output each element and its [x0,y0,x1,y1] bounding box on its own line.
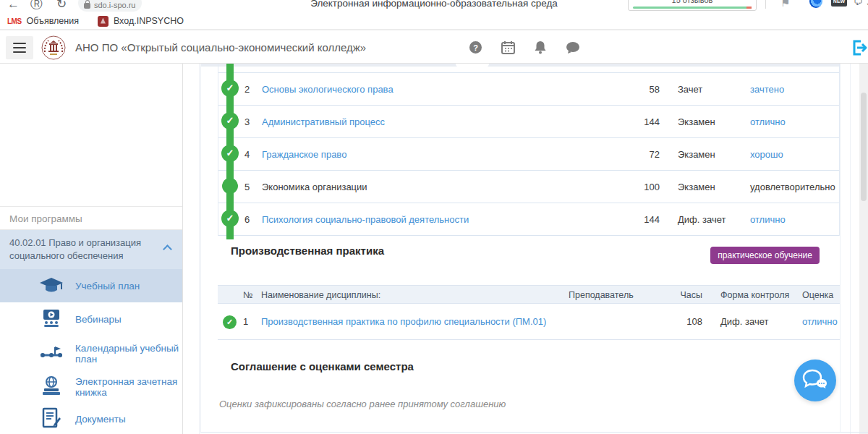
grade-link[interactable]: хорошо [750,149,783,160]
check-icon: ✓ [221,112,239,129]
bell-icon[interactable] [534,41,547,56]
col-teacher: Преподаватель [569,290,634,300]
bookmark-inpsycho[interactable]: Вход.INPSYCHO [98,16,184,27]
layout-divider [850,64,851,434]
discipline-link[interactable]: Гражданское право [262,149,346,160]
support-chat-button[interactable] [794,359,836,401]
bookmark-icon[interactable]: ⚑ [780,0,790,9]
organization-name: АНО ПО «Открытый социально-экономический… [75,41,366,54]
control-form: Диф. зачет [720,316,768,327]
col-control-form: Форма контроля [720,290,789,300]
program-title: 40.02.01 Право и организация социального… [9,237,141,261]
row-number: 1 [243,316,248,327]
discipline-link[interactable]: Производственная практика по профилю спе… [261,316,546,327]
practice-heading: Производственная практика [231,244,384,257]
table-row-partial [218,64,839,73]
practice-table: № Наименование дисциплины: Преподаватель… [218,285,840,340]
discipline-link[interactable]: Административный процесс [262,116,385,127]
chevron-up-icon [163,244,172,254]
control-form: Экзамен [678,116,715,127]
col-discipline: Наименование дисциплины: [261,290,380,300]
logout-icon[interactable] [851,39,868,59]
header-icons: ? [469,41,580,56]
table-row: ✓ 1 Производственная практика по профилю… [218,304,840,340]
calendar-icon[interactable] [501,41,515,56]
bookmarks-bar: LMS Объявления Вход.INPSYCHO [0,13,868,30]
col-hours: Часы [673,290,702,300]
bookmark-label: Вход.INPSYCHO [114,16,184,26]
table-row: 6 Психология социально-правовой деятельн… [218,203,839,236]
grade-value: удовлетворительно [750,182,835,192]
row-number: 2 [244,84,250,95]
reviews-widget[interactable]: 15 отзывов [628,0,757,11]
reviews-label: 15 отзывов [672,0,713,4]
sidebar-section-title: Мои программы [0,206,182,230]
grade-link[interactable]: зачтено [750,84,784,95]
discipline-link[interactable]: Психология социально-правовой деятельнос… [262,214,469,225]
webinar-icon [38,309,65,330]
sidebar-item-gradebook[interactable]: Электронная зачетная книжка [0,370,182,404]
control-form: Диф. зачет [678,214,726,225]
browser-toolbar: ← Ⓡ ↻ sdo.i-spo.ru Электронная информаци… [0,0,868,13]
toolbar-divider [765,0,766,9]
sidebar-item-webinars[interactable]: Вебинары [0,302,182,336]
table-row: 3 Административный процесс 144 Экзамен о… [218,106,839,138]
sidebar-item-curriculum[interactable]: Учебный план [0,269,182,302]
grade-link[interactable]: отлично [750,116,786,127]
hours-value: 72 [634,149,660,160]
discipline-link[interactable]: Основы экологического права [262,84,393,95]
control-form: Зачет [678,84,702,95]
main-content: 2 Основы экологического права 58 Зачет з… [200,64,841,432]
row-number: 6 [244,214,250,225]
check-icon: ✓ [221,80,239,97]
help-icon[interactable]: ? [469,41,482,56]
sidebar-item-label: Документы [75,414,126,425]
agreement-note: Оценки зафиксированы согласно ранее прин… [219,399,506,409]
sidebar-item-label: Вебинары [75,314,122,325]
svg-text:?: ? [473,43,478,52]
college-logo [41,35,67,64]
grade-link[interactable]: отлично [802,316,838,327]
lms-icon: LMS [7,17,22,25]
download-icon[interactable]: ⇣ [865,0,868,8]
scrollbar[interactable] [859,64,868,434]
agreement-heading: Соглашение с оценками семестра [231,360,414,373]
sidebar: Мои программы 40.02.01 Право и организац… [0,64,183,434]
sidebar-item-calendar-plan[interactable]: Календарный учебный план [0,337,182,370]
semester-table: 2 Основы экологического права 58 Зачет з… [218,64,840,236]
scrollbar-thumb[interactable] [861,93,867,201]
milestone-icon [38,345,65,363]
app-header: АНО ПО «Открытый социально-экономический… [0,32,868,64]
col-grade: Оценка [802,290,833,300]
row-number: 3 [244,116,250,127]
check-icon: ✓ [221,145,239,162]
bookmark-label: Объявления [27,16,79,26]
panel-bottom-border [200,432,868,433]
sidebar-item-label: Учебный план [75,281,140,292]
sidebar-program-header[interactable]: 40.02.01 Право и организация социального… [0,230,182,269]
table-row: 2 Основы экологического права 58 Зачет з… [218,73,839,106]
chat-bubble-icon [802,369,828,392]
table-row: 5 Экономика организации 100 Экзамен удов… [218,171,839,203]
reviews-rating-bar [633,7,752,9]
hours-value: 58 [634,84,660,95]
grade-link[interactable]: отлично [750,214,786,225]
row-number: 4 [244,149,250,160]
sidebar-item-label: Электронная зачетная книжка [75,376,182,398]
hours-value: 144 [634,214,660,225]
inpsycho-icon [98,16,109,27]
sidebar-item-label: Календарный учебный план [75,343,182,365]
chat-icon[interactable] [566,41,580,56]
table-row: 4 Гражданское право 72 Экзамен хорошо [218,138,839,171]
new-badge-icon[interactable]: NEW [831,0,847,7]
comments-extension-icon[interactable]: 🗩 [854,0,863,7]
sidebar-item-documents[interactable]: Документы [0,402,182,434]
hours-value: 108 [673,316,702,327]
dot-marker [222,178,238,194]
bookmark-announcements[interactable]: LMS Объявления [7,16,79,26]
menu-icon[interactable] [6,36,33,59]
control-form: Экзамен [678,149,715,160]
graduation-cap-icon [38,276,65,296]
check-icon: ✓ [221,210,239,227]
col-number: № [243,290,252,300]
